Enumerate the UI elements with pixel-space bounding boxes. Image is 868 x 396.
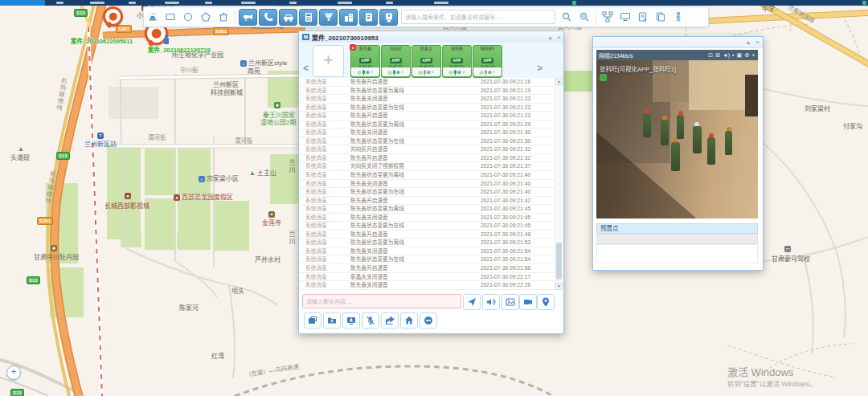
menu-item[interactable] (56, 2, 63, 4)
zoom-in-button[interactable]: + (6, 365, 21, 380)
case-marker-pin[interactable] (103, 6, 123, 27)
multi-window-button[interactable] (304, 312, 321, 329)
search-input[interactable] (401, 10, 555, 24)
member-card[interactable]: 廖晶太APP(9:46:07)◎⊗∨ (411, 45, 441, 78)
worker-figure (707, 137, 715, 165)
monitor-wall-button[interactable] (617, 9, 633, 25)
menu-item[interactable] (289, 2, 297, 4)
video-stream[interactable]: 张科旺[可视化APP_张科旺1] (596, 60, 758, 218)
report-edit-button[interactable] (635, 9, 651, 25)
chevron-down-icon[interactable]: ∨ (493, 70, 496, 74)
microphone-icon[interactable] (454, 70, 457, 74)
menu-item[interactable] (241, 2, 256, 4)
fullscreen-icon[interactable]: ⊡ (708, 52, 713, 58)
case-archive-button[interactable] (323, 312, 341, 329)
member-card[interactable]: 张科旺APP(9:45:05)◎⊗∨ (442, 45, 472, 78)
send-message-button[interactable] (463, 294, 481, 310)
dome-camera-layer-button[interactable] (319, 9, 338, 26)
menu-item[interactable] (129, 2, 136, 4)
vehicle-layer-button[interactable] (279, 9, 297, 26)
microphone-icon[interactable] (424, 70, 426, 74)
delete-shapes-button[interactable] (215, 9, 231, 25)
scroll-left-icon[interactable]: < (303, 63, 309, 73)
minimize-button[interactable]: ▴ (747, 39, 750, 46)
menu-item[interactable] (205, 2, 212, 4)
member-card[interactable]: 张科旺1APP(9:46:18)◎⊗∨ (473, 45, 502, 78)
chat-input[interactable] (302, 294, 461, 308)
document-layer-button[interactable] (359, 9, 378, 26)
bldg-icon: ⌂ (199, 176, 205, 182)
draw-rectangle-button[interactable] (162, 9, 178, 25)
close-button[interactable]: × (555, 34, 563, 41)
report-copy-button[interactable] (653, 9, 669, 25)
close-icon[interactable]: × (751, 52, 755, 58)
alarm-tool-button[interactable] (145, 9, 161, 25)
add-member-button[interactable]: + (313, 45, 344, 77)
remove-member-icon[interactable]: ⊗ (488, 70, 492, 75)
scroll-right-icon[interactable]: > (537, 63, 542, 73)
webcam-icon[interactable]: ◎ (388, 70, 392, 75)
microphone-icon[interactable] (485, 70, 487, 74)
screen-share-button[interactable] (342, 312, 360, 329)
microphone-icon[interactable] (393, 70, 395, 74)
voice-broadcast-button[interactable] (482, 294, 500, 310)
kiosk-layer-button[interactable] (379, 9, 398, 26)
remove-member-icon[interactable]: ⊗ (366, 70, 370, 75)
scroll-thumb[interactable] (556, 243, 562, 280)
search-button[interactable] (559, 9, 575, 25)
audio-icon[interactable]: ◄) (723, 52, 730, 58)
remove-member-icon[interactable]: ⊗ (457, 70, 461, 75)
active-menu-tab[interactable] (0, 0, 45, 6)
microphone-icon[interactable] (362, 70, 365, 74)
home-button[interactable] (400, 312, 418, 329)
chevron-down-icon[interactable]: ∨ (462, 70, 465, 74)
send-video-button[interactable] (519, 294, 537, 310)
snapshot-icon[interactable]: ▣ (737, 52, 743, 58)
webcam-icon[interactable]: ◎ (419, 70, 423, 75)
remove-member-icon[interactable]: ⊗ (427, 70, 431, 75)
scroll-down-icon[interactable]: ▼ (555, 283, 563, 290)
record-icon[interactable]: ▪ (732, 52, 734, 58)
send-image-button[interactable] (502, 294, 519, 310)
block-member-button[interactable] (420, 312, 437, 329)
terminal-layer-button[interactable] (299, 9, 317, 26)
send-location-button[interactable] (537, 294, 555, 310)
webcam-icon[interactable]: ◎ (358, 70, 362, 75)
device-tree-button[interactable] (600, 9, 616, 25)
building-layer-button[interactable] (339, 9, 358, 26)
clear-search-button[interactable] (576, 9, 592, 25)
message-scrollbar[interactable]: ▲ ▼ (555, 78, 563, 290)
video-panel-titlebar[interactable]: ▴ × (593, 37, 763, 48)
scroll-up-icon[interactable]: ▲ (555, 78, 563, 85)
menu-item[interactable] (90, 2, 104, 4)
webcam-icon[interactable]: ◎ (449, 70, 453, 75)
mute-microphone-button[interactable] (362, 312, 379, 329)
close-button[interactable]: × (755, 39, 760, 46)
person-marker-icon[interactable] (164, 38, 169, 44)
chevron-down-icon[interactable]: ∨ (371, 70, 374, 74)
draw-circle-button[interactable] (180, 9, 196, 25)
case-marker-label[interactable]: 案件_20210622100729 (148, 45, 211, 54)
phone-layer-button[interactable] (259, 9, 277, 26)
draw-polygon-button[interactable] (198, 9, 214, 25)
preset-point-row[interactable] (596, 234, 758, 244)
remove-member-icon[interactable]: ⊗ (396, 70, 400, 75)
message-type: 系统消息 (299, 95, 350, 103)
chevron-down-icon[interactable]: ∨ (432, 70, 435, 74)
grid-view-icon[interactable]: ⊞ (715, 52, 720, 58)
chevron-down-icon[interactable]: ∨ (401, 70, 404, 74)
member-card[interactable]: ●陈先鑫APP(9:45:42)◎⊗∨ (350, 45, 380, 78)
minimize-button[interactable]: ▴ (546, 34, 555, 41)
case-marker-label[interactable]: 案件_20210622095011 (71, 36, 133, 45)
menu-item[interactable] (386, 2, 393, 4)
person-track-button[interactable] (670, 9, 686, 25)
cctv-camera-layer-button[interactable] (239, 9, 257, 26)
share-forward-button[interactable] (381, 312, 399, 329)
menu-item[interactable] (434, 2, 448, 4)
menu-item[interactable] (165, 2, 179, 4)
webcam-icon[interactable]: ◎ (480, 70, 484, 75)
member-card[interactable]: 刘向民APP(9:45:30)◎⊗∨ (381, 45, 411, 78)
case-dialog-titlebar[interactable]: 案件_20210730019953 ▴ × (299, 31, 563, 43)
settings-icon[interactable]: ⚙ (744, 52, 749, 58)
menu-item[interactable] (338, 2, 352, 4)
